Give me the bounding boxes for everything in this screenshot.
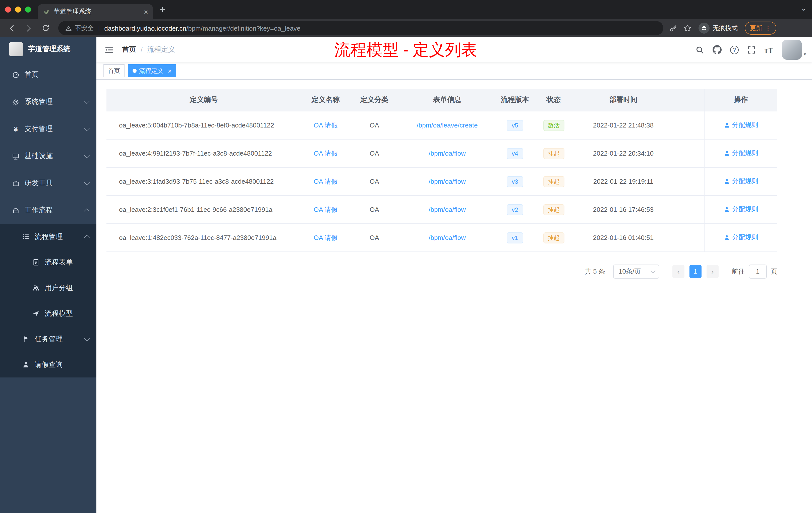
url-bar[interactable]: 不安全 | dashboard.yudao.iocoder.cn/bpm/man… — [58, 21, 663, 35]
assign-rule-link[interactable]: 分配规则 — [724, 121, 758, 130]
avatar[interactable] — [782, 40, 802, 60]
url-divider: | — [98, 25, 100, 32]
version-tag: v1 — [507, 232, 523, 243]
sidebar-item-user-group[interactable]: 用户分组 — [0, 275, 96, 301]
sidebar-item-process-model[interactable]: 流程模型 — [0, 301, 96, 326]
assign-rule-label: 分配规则 — [732, 205, 758, 214]
page-number-button[interactable]: 1 — [690, 265, 701, 278]
status-badge: 激活 — [543, 120, 564, 131]
reload-button[interactable] — [38, 24, 53, 32]
form-info-link[interactable]: /bpm/oa/flow — [399, 168, 496, 195]
prev-page-button[interactable]: ‹ — [672, 265, 685, 278]
tag-process-definition[interactable]: 流程定义 × — [128, 64, 176, 77]
zoom-window-button[interactable] — [25, 6, 31, 12]
next-page-button[interactable]: › — [706, 265, 719, 278]
assign-rule-label: 分配规则 — [732, 177, 758, 186]
definition-category: OA — [350, 195, 399, 223]
table-row: oa_leave:2:3c1f0ef1-76b1-11ec-9c66-a2380… — [107, 195, 777, 223]
page-unit-label: 页 — [771, 267, 777, 276]
sidebar-item-devtools[interactable]: 研发工具 — [0, 170, 96, 197]
sidebar-item-process-manage[interactable]: 流程管理 — [0, 224, 96, 249]
tab-close-icon[interactable]: × — [144, 8, 148, 15]
sidebar: 芋道管理系统 首页 系统管理 ¥ 支付管理 基础设施 — [0, 37, 96, 513]
browser-tab[interactable]: 芋道管理系统 × — [38, 4, 153, 19]
url-text: dashboard.yudao.iocoder.cn/bpm/manager/d… — [104, 24, 300, 32]
search-icon[interactable] — [696, 46, 704, 54]
password-key-icon[interactable] — [669, 24, 677, 32]
chevron-down-icon — [84, 335, 90, 341]
payment-icon: ¥ — [12, 125, 20, 133]
col-definition-name: 定义名称 — [301, 89, 350, 111]
page-size-select[interactable]: 10条/页 — [613, 265, 659, 279]
leave-query-icon — [22, 361, 30, 368]
sidebar-item-infrastructure[interactable]: 基础设施 — [0, 143, 96, 170]
fullscreen-icon[interactable] — [747, 46, 756, 54]
form-info-link[interactable]: /bpm/oa/flow — [399, 139, 496, 168]
col-status: 状态 — [534, 89, 573, 111]
definition-name-link[interactable]: OA 请假 — [301, 111, 350, 139]
definition-name-link[interactable]: OA 请假 — [301, 195, 350, 223]
definition-id: oa_leave:4:991f2193-7b7f-11ec-a3c8-acde4… — [107, 139, 301, 168]
sidebar-item-home[interactable]: 首页 — [0, 61, 96, 88]
definition-id: oa_leave:3:1fad3d93-7b75-11ec-a3c8-acde4… — [107, 168, 301, 195]
sidebar-item-leave-query[interactable]: 请假查询 — [0, 352, 96, 378]
chevron-up-icon — [84, 235, 90, 240]
close-window-button[interactable] — [5, 6, 11, 12]
devtools-icon — [12, 179, 20, 187]
form-info-link[interactable]: /bpm/oa/leave/create — [399, 111, 496, 139]
workflow-submenu: 流程管理 流程表单 用户分组 流程模型 任务管理 — [0, 224, 96, 378]
update-button[interactable]: 更新 ⋮ — [745, 22, 776, 35]
tab-search-caret-icon[interactable]: ⌄ — [801, 3, 807, 12]
app-logo[interactable]: 芋道管理系统 — [0, 37, 96, 61]
sidebar-item-system[interactable]: 系统管理 — [0, 88, 96, 116]
sidebar-item-workflow[interactable]: 工作流程 — [0, 197, 96, 224]
definition-category: OA — [350, 111, 399, 139]
table-header-row: 定义编号 定义名称 定义分类 表单信息 流程版本 状态 部署时间 操作 — [107, 89, 777, 111]
browser-menu-icon[interactable]: ⋮ — [765, 24, 771, 32]
infrastructure-icon — [12, 152, 20, 160]
col-actions: 操作 — [704, 89, 777, 111]
url-path: /bpm/manager/definition?key=oa_leave — [186, 24, 300, 32]
tab-favicon-icon — [43, 8, 50, 15]
col-definition-category: 定义分类 — [350, 89, 399, 111]
definition-table: 定义编号 定义名称 定义分类 表单信息 流程版本 状态 部署时间 操作 oa_l… — [107, 89, 777, 252]
version-tag: v4 — [507, 148, 523, 159]
definition-name-link[interactable]: OA 请假 — [301, 139, 350, 168]
form-info-link[interactable]: /bpm/oa/flow — [399, 223, 496, 252]
sidebar-toggle-button[interactable] — [105, 45, 114, 55]
help-icon[interactable]: ? — [730, 46, 739, 54]
forward-button[interactable] — [21, 24, 36, 32]
breadcrumb-current: 流程定义 — [147, 45, 175, 54]
update-label: 更新 — [750, 24, 762, 32]
goto-page-input[interactable]: 1 — [749, 265, 767, 279]
incognito-badge: 无痕模式 — [698, 23, 738, 34]
assign-rule-link[interactable]: 分配规则 — [724, 149, 758, 158]
logo-avatar — [9, 42, 23, 56]
assign-rule-link[interactable]: 分配规则 — [724, 233, 758, 242]
user-menu[interactable]: ▾ — [782, 40, 806, 60]
user-group-icon — [32, 284, 40, 292]
deploy-time: 2022-01-22 20:34:10 — [573, 139, 704, 168]
font-size-icon[interactable]: тT — [764, 46, 774, 54]
assign-rule-link[interactable]: 分配规则 — [724, 177, 758, 186]
assign-rule-label: 分配规则 — [732, 121, 758, 130]
assign-rule-label: 分配规则 — [732, 233, 758, 242]
form-icon — [32, 259, 40, 266]
sidebar-item-task-manage[interactable]: 任务管理 — [0, 326, 96, 352]
github-icon[interactable] — [713, 45, 722, 54]
definition-name-link[interactable]: OA 请假 — [301, 223, 350, 252]
minimize-window-button[interactable] — [15, 6, 21, 12]
tag-home[interactable]: 首页 — [104, 64, 124, 77]
tag-close-icon[interactable]: × — [168, 67, 172, 74]
back-button[interactable] — [4, 24, 19, 32]
form-info-link[interactable]: /bpm/oa/flow — [399, 195, 496, 223]
breadcrumb-home[interactable]: 首页 — [122, 45, 136, 54]
definition-name-link[interactable]: OA 请假 — [301, 168, 350, 195]
sidebar-item-process-form[interactable]: 流程表单 — [0, 249, 96, 275]
sidebar-item-payment[interactable]: ¥ 支付管理 — [0, 116, 96, 143]
gear-icon — [12, 98, 20, 105]
new-tab-button[interactable]: + — [160, 4, 165, 14]
navbar-actions: ? тT ▾ — [696, 37, 806, 62]
assign-rule-link[interactable]: 分配规则 — [724, 205, 758, 214]
bookmark-star-icon[interactable] — [684, 24, 692, 32]
